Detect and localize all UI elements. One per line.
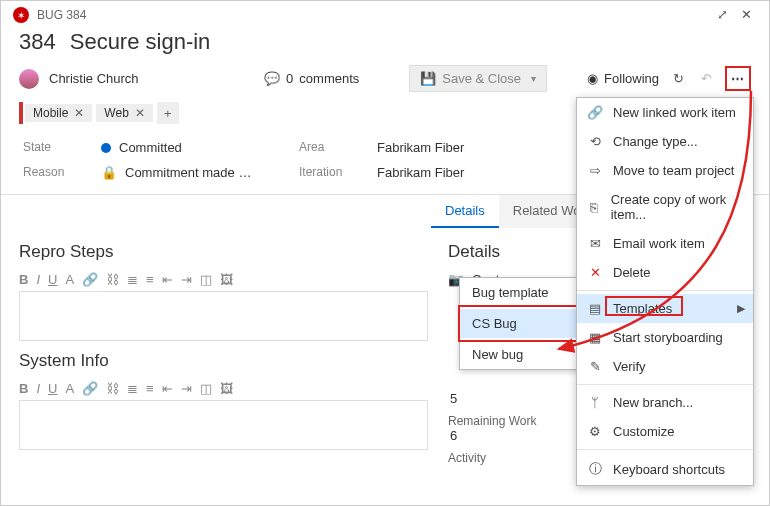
ctx-item-email-work-item[interactable]: ✉Email work item xyxy=(577,229,753,258)
tag-label: Mobile xyxy=(33,106,68,120)
clear-icon[interactable]: ◫ xyxy=(200,272,212,287)
system-info-title: System Info xyxy=(19,351,428,371)
avatar[interactable] xyxy=(19,69,39,89)
ctx-item-keyboard-shortcuts[interactable]: ⓘKeyboard shortcuts xyxy=(577,453,753,485)
ctx-item-label: Email work item xyxy=(613,236,705,251)
indent-icon[interactable]: ⇥ xyxy=(181,381,192,396)
following-label: Following xyxy=(604,71,659,86)
italic-icon[interactable]: I xyxy=(36,381,40,396)
submenu-item-cs-bug[interactable]: CS Bug xyxy=(460,309,592,338)
font-icon[interactable]: A xyxy=(65,381,74,396)
number-list-icon[interactable]: ≡ xyxy=(146,381,154,396)
ctx-item-customize[interactable]: ⚙Customize xyxy=(577,417,753,446)
outdent-icon[interactable]: ⇤ xyxy=(162,381,173,396)
change-icon: ⟲ xyxy=(587,134,603,149)
undo-icon: ↶ xyxy=(697,71,715,86)
tag-label: Web xyxy=(104,106,128,120)
add-tag-button[interactable]: + xyxy=(157,102,179,124)
more-actions-button[interactable]: ⋯ xyxy=(725,66,751,91)
bold-icon[interactable]: B xyxy=(19,381,28,396)
font-icon[interactable]: A xyxy=(65,272,74,287)
unlink-icon[interactable]: ⛓ xyxy=(106,272,119,287)
ctx-item-start-storyboarding[interactable]: ▦Start storyboarding xyxy=(577,323,753,352)
iteration-value[interactable]: Fabrikam Fiber xyxy=(377,165,537,180)
link-icon[interactable]: 🔗 xyxy=(82,381,98,396)
ctx-item-new-linked-work-item[interactable]: 🔗New linked work item xyxy=(577,98,753,127)
ctx-item-label: Templates xyxy=(613,301,672,316)
chevron-down-icon: ▾ xyxy=(531,73,536,84)
ctx-item-label: New branch... xyxy=(613,395,693,410)
italic-icon[interactable]: I xyxy=(36,272,40,287)
following-toggle[interactable]: ◉ Following xyxy=(587,71,659,86)
mail-icon: ✉ xyxy=(587,236,603,251)
keyboard-icon: ⓘ xyxy=(587,460,603,478)
assigned-to[interactable]: Christie Church xyxy=(49,71,139,86)
story-icon: ▦ xyxy=(587,330,603,345)
submenu-item-bug-template[interactable]: Bug template xyxy=(460,278,592,307)
ctx-item-label: Verify xyxy=(613,359,646,374)
custom-icon: ⚙ xyxy=(587,424,603,439)
underline-icon[interactable]: U xyxy=(48,272,57,287)
move-icon: ⇨ xyxy=(587,163,603,178)
bug-label: BUG 384 xyxy=(37,8,86,22)
ctx-item-create-copy-of-work-item[interactable]: ⎘Create copy of work item... xyxy=(577,185,753,229)
tag-mobile[interactable]: Mobile ✕ xyxy=(25,104,92,122)
unlink-icon[interactable]: ⛓ xyxy=(106,381,119,396)
delete-icon: ✕ xyxy=(587,265,603,280)
ctx-item-delete[interactable]: ✕Delete xyxy=(577,258,753,287)
ctx-item-change-type[interactable]: ⟲Change type... xyxy=(577,127,753,156)
editor-toolbar: B I U A 🔗 ⛓ ≣ ≡ ⇤ ⇥ ◫ 🖼 xyxy=(19,268,428,291)
tag-remove-icon[interactable]: ✕ xyxy=(74,106,84,120)
submenu-item-new-bug[interactable]: New bug xyxy=(460,340,592,369)
area-value[interactable]: Fabrikam Fiber xyxy=(377,140,537,155)
verify-icon: ✎ xyxy=(587,359,603,374)
branch-icon: ᛘ xyxy=(587,395,603,410)
comments-button[interactable]: 💬 0 comments xyxy=(264,71,359,86)
image-icon[interactable]: 🖼 xyxy=(220,381,233,396)
ctx-item-move-to-team-project[interactable]: ⇨Move to team project xyxy=(577,156,753,185)
save-close-button: 💾 Save & Close ▾ xyxy=(409,65,547,92)
ctx-item-label: Create copy of work item... xyxy=(611,192,743,222)
tag-web[interactable]: Web ✕ xyxy=(96,104,152,122)
state-value[interactable]: Committed xyxy=(101,140,281,155)
state-dot-icon xyxy=(101,143,111,153)
tag-remove-icon[interactable]: ✕ xyxy=(135,106,145,120)
underline-icon[interactable]: U xyxy=(48,381,57,396)
eye-icon: ◉ xyxy=(587,71,598,86)
ctx-item-label: New linked work item xyxy=(613,105,736,120)
clear-icon[interactable]: ◫ xyxy=(200,381,212,396)
repro-steps-editor[interactable] xyxy=(19,291,428,341)
tab-details[interactable]: Details xyxy=(431,195,499,228)
ctx-item-verify[interactable]: ✎Verify xyxy=(577,352,753,381)
close-icon[interactable]: ✕ xyxy=(741,7,757,23)
area-label: Area xyxy=(299,140,359,155)
expand-icon[interactable]: ⤢ xyxy=(717,7,733,23)
templates-submenu: Bug template CS Bug New bug xyxy=(459,277,593,370)
bold-icon[interactable]: B xyxy=(19,272,28,287)
repro-steps-title: Repro Steps xyxy=(19,242,428,262)
work-item-id: 384 xyxy=(19,29,56,55)
comment-icon: 💬 xyxy=(264,71,280,86)
ctx-item-new-branch[interactable]: ᛘNew branch... xyxy=(577,388,753,417)
bug-icon: ✶ xyxy=(13,7,29,23)
system-info-editor[interactable] xyxy=(19,400,428,450)
accent-bar xyxy=(19,102,23,124)
ctx-item-label: Customize xyxy=(613,424,674,439)
image-icon[interactable]: 🖼 xyxy=(220,272,233,287)
copy-icon: ⎘ xyxy=(587,200,601,215)
work-item-title[interactable]: Secure sign-in xyxy=(70,29,211,55)
link-icon[interactable]: 🔗 xyxy=(82,272,98,287)
comments-label: comments xyxy=(299,71,359,86)
outdent-icon[interactable]: ⇤ xyxy=(162,272,173,287)
bullet-list-icon[interactable]: ≣ xyxy=(127,272,138,287)
number-list-icon[interactable]: ≡ xyxy=(146,272,154,287)
bullet-list-icon[interactable]: ≣ xyxy=(127,381,138,396)
chevron-right-icon: ▶ xyxy=(737,302,745,315)
reason-value[interactable]: 🔒Commitment made … xyxy=(101,165,281,180)
indent-icon[interactable]: ⇥ xyxy=(181,272,192,287)
state-label: State xyxy=(23,140,83,155)
ctx-item-templates[interactable]: ▤Templates▶ xyxy=(577,294,753,323)
more-actions-menu: 🔗New linked work item⟲Change type...⇨Mov… xyxy=(576,97,754,486)
ctx-item-label: Delete xyxy=(613,265,651,280)
refresh-icon[interactable]: ↻ xyxy=(669,71,687,86)
